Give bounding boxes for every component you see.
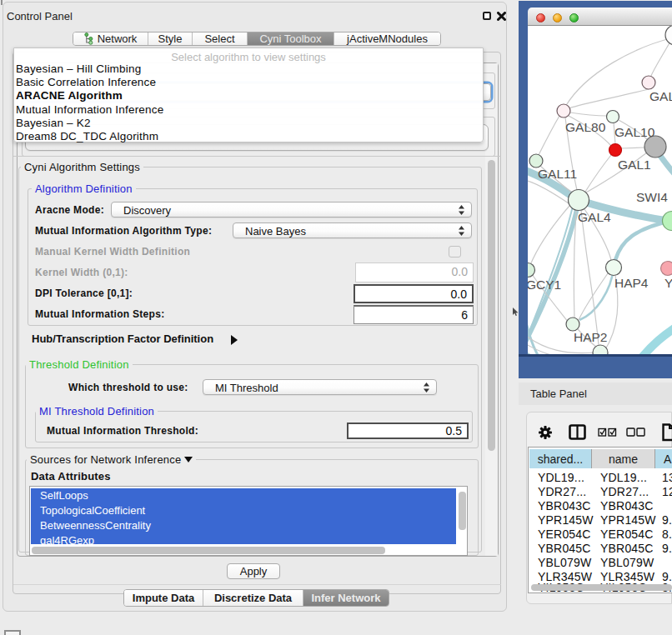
svg-text:GAL80: GAL80 — [565, 120, 606, 134]
svg-text:GAL1: GAL1 — [618, 158, 651, 172]
svg-text:HAP2: HAP2 — [574, 330, 608, 344]
svg-text:Y: Y — [664, 276, 672, 290]
svg-text:GAL7: GAL7 — [649, 89, 672, 103]
svg-text:SWI4: SWI4 — [636, 190, 668, 204]
svg-text:GCY1: GCY1 — [528, 278, 561, 292]
svg-text:GAL10: GAL10 — [614, 125, 655, 139]
svg-text:HAP4: HAP4 — [614, 276, 649, 290]
svg-text:GAL11: GAL11 — [538, 167, 577, 181]
svg-text:GAL4: GAL4 — [578, 210, 611, 224]
